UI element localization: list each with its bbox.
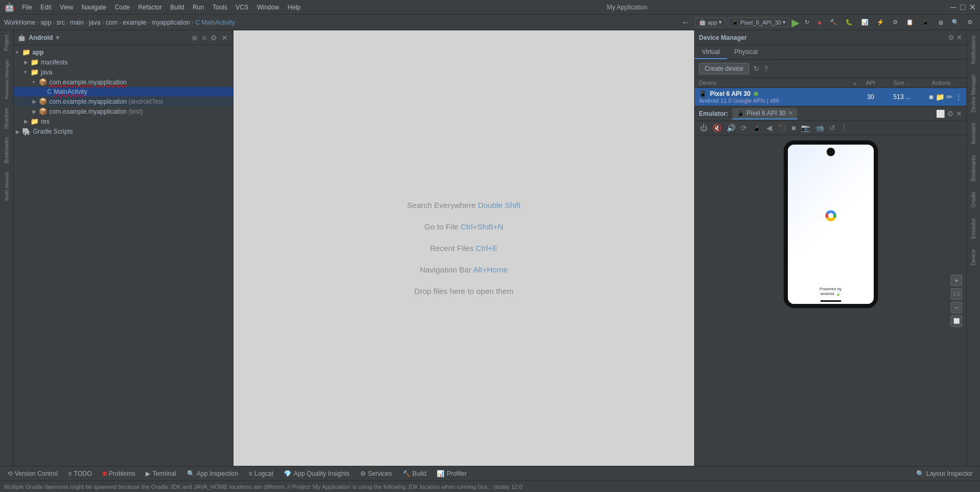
- device-more-button[interactable]: ⋮: [955, 93, 962, 101]
- sidebar-item-emulator[interactable]: Emulator: [971, 213, 976, 244]
- emu-rotate-button[interactable]: ⟳: [740, 123, 748, 133]
- bc-main[interactable]: main: [70, 19, 84, 26]
- sidebar-item-gradle[interactable]: Gradle: [971, 187, 976, 213]
- maximize-button[interactable]: □: [959, 4, 966, 11]
- tree-item-package-androidtest[interactable]: ▶ 📦 com.example.myapplication (androidTe…: [14, 96, 233, 106]
- tab-terminal[interactable]: ▶ Terminal: [140, 468, 181, 479]
- emu-undo-button[interactable]: ↺: [828, 123, 837, 133]
- tab-problems[interactable]: Problems: [97, 468, 141, 479]
- menu-run[interactable]: Run: [188, 3, 208, 12]
- bc-current[interactable]: MainActivity: [202, 19, 235, 26]
- refresh-devices-button[interactable]: ↻: [753, 64, 760, 73]
- emu-home-button[interactable]: ⚫: [776, 123, 787, 133]
- tree-item-package-main[interactable]: ▾ 📦 com.example.myapplication: [14, 77, 233, 87]
- menu-refactor[interactable]: Refactor: [134, 3, 166, 12]
- device-selector-button[interactable]: 📱 Pixel_6_API_30 ▾: [728, 17, 789, 27]
- emu-recents-button[interactable]: ■: [790, 123, 797, 133]
- emu-screenshot-button[interactable]: 📷: [800, 123, 811, 133]
- sidebar-item-bookmarks[interactable]: Bookmarks: [2, 133, 12, 168]
- device-manager-close-button[interactable]: ✕: [956, 34, 962, 41]
- create-device-button[interactable]: Create device: [699, 63, 749, 74]
- bc-workhome[interactable]: WorkHome: [4, 19, 36, 26]
- tab-version-control[interactable]: ⟲ Version Control: [2, 468, 63, 479]
- device-manager-btn[interactable]: 📱: [919, 18, 932, 27]
- menu-code[interactable]: Code: [110, 3, 134, 12]
- menu-build[interactable]: Build: [166, 3, 188, 12]
- menu-edit[interactable]: Edit: [36, 3, 55, 12]
- run-button[interactable]: ▶: [792, 16, 799, 29]
- attach-button[interactable]: 🐛: [842, 18, 856, 27]
- sidebar-item-assistant[interactable]: Assistant: [971, 118, 976, 150]
- tree-item-manifests[interactable]: ▶ 📁 manifests: [14, 57, 233, 67]
- zoom-frame-button[interactable]: ⬜: [951, 315, 962, 327]
- emulator-settings-button[interactable]: ⚙: [947, 110, 954, 118]
- device-edit-button[interactable]: ✏: [946, 93, 953, 101]
- tab-app-quality-insights[interactable]: 💎 App Quality Insights: [279, 468, 355, 479]
- stop-button[interactable]: ■: [815, 18, 825, 27]
- device-stop-button[interactable]: ■: [929, 93, 933, 101]
- bc-src[interactable]: src: [57, 19, 65, 26]
- apply-changes-button[interactable]: ⚙: [889, 18, 901, 27]
- tab-physical[interactable]: Physical: [727, 45, 765, 59]
- project-close-button[interactable]: ✕: [220, 32, 229, 43]
- device-manager-settings-button[interactable]: ⚙: [948, 34, 954, 41]
- tab-layout-inspector[interactable]: 🔍 Layout Inspector: [911, 468, 978, 479]
- tab-services[interactable]: ⚙ Services: [355, 468, 397, 479]
- help-devices-button[interactable]: ?: [764, 64, 768, 73]
- menu-view[interactable]: View: [55, 3, 77, 12]
- profile-button[interactable]: ⚡: [874, 18, 887, 27]
- tab-todo[interactable]: ≡ TODO: [63, 468, 97, 479]
- sidebar-item-resource-manager[interactable]: Resource Manager: [2, 55, 12, 104]
- menu-vcs[interactable]: VCS: [231, 3, 253, 12]
- search-everywhere-toolbar[interactable]: 🔍: [949, 18, 962, 27]
- bc-myapplication[interactable]: myapplication: [152, 19, 190, 26]
- emu-power-button[interactable]: ⏻: [699, 123, 708, 133]
- emu-fold-button[interactable]: 📱: [751, 123, 762, 133]
- emu-mute-button[interactable]: 🔇: [711, 123, 722, 133]
- menu-help[interactable]: Help: [283, 3, 305, 12]
- sidebar-item-build-variants[interactable]: Build Variants: [2, 168, 12, 205]
- avd-manager-btn[interactable]: 🖥: [934, 18, 946, 27]
- apply-code-button[interactable]: 📋: [903, 18, 917, 27]
- device-folder-button[interactable]: 📁: [936, 93, 944, 101]
- emulator-close-button[interactable]: ✕: [956, 110, 962, 118]
- tab-logcat[interactable]: ≡ Logcat: [243, 468, 279, 479]
- rerun-button[interactable]: ↻: [801, 18, 812, 27]
- tab-build[interactable]: 🔨 Build: [397, 468, 432, 479]
- bc-java[interactable]: java: [89, 19, 101, 26]
- zoom-out-button[interactable]: −: [951, 302, 962, 313]
- menu-window[interactable]: Window: [253, 3, 284, 12]
- sidebar-item-device-manager-right[interactable]: Device Manager: [971, 69, 976, 118]
- device-row[interactable]: 📱 Pixel 6 API 30 Android 11.0 Google API…: [695, 88, 966, 106]
- emulator-tab[interactable]: 📱 Pixel 6 API 30 ✕: [732, 108, 797, 119]
- menu-navigate[interactable]: Navigate: [77, 3, 110, 12]
- sync-button[interactable]: 🔨: [827, 18, 840, 27]
- close-button[interactable]: ✕: [968, 4, 976, 11]
- emulator-tab-close[interactable]: ✕: [788, 110, 793, 117]
- sidebar-item-structure[interactable]: Structure: [2, 104, 12, 134]
- tab-app-inspection[interactable]: 🔍 App Inspection: [182, 468, 243, 479]
- minimize-button[interactable]: ─: [950, 4, 957, 11]
- project-collapse-button[interactable]: ≡: [201, 32, 207, 43]
- back-button[interactable]: ←: [678, 17, 693, 28]
- sidebar-item-notifications[interactable]: Notifications: [971, 30, 976, 69]
- tree-item-res[interactable]: ▶ 📁 res: [14, 116, 233, 126]
- tab-virtual[interactable]: Virtual: [695, 45, 727, 59]
- sidebar-item-bookmarks-right[interactable]: Bookmarks: [971, 150, 976, 187]
- menu-file[interactable]: File: [18, 3, 36, 12]
- settings-toolbar[interactable]: ⚙: [964, 18, 976, 27]
- tree-item-package-test[interactable]: ▶ 📦 com.example.myapplication (test): [14, 106, 233, 116]
- emu-back-button[interactable]: ◀: [765, 123, 773, 133]
- bc-example[interactable]: example: [123, 19, 147, 26]
- menu-tools[interactable]: Tools: [208, 3, 231, 12]
- coverage-button[interactable]: 📊: [858, 18, 872, 27]
- emu-record-button[interactable]: 📹: [814, 123, 825, 133]
- tree-item-gradle-scripts[interactable]: ▶ 🐘 Gradle Scripts: [14, 126, 233, 137]
- bc-app[interactable]: app: [41, 19, 51, 26]
- project-settings-button[interactable]: ⚙: [209, 32, 218, 43]
- emu-more-button[interactable]: ⋮: [840, 123, 849, 133]
- tree-item-java[interactable]: ▾ 📁 java: [14, 67, 233, 77]
- sidebar-item-device[interactable]: Device: [971, 244, 976, 271]
- tab-profiler[interactable]: 📊 Profiler: [431, 468, 472, 479]
- emu-vol-up-button[interactable]: 🔊: [726, 123, 737, 133]
